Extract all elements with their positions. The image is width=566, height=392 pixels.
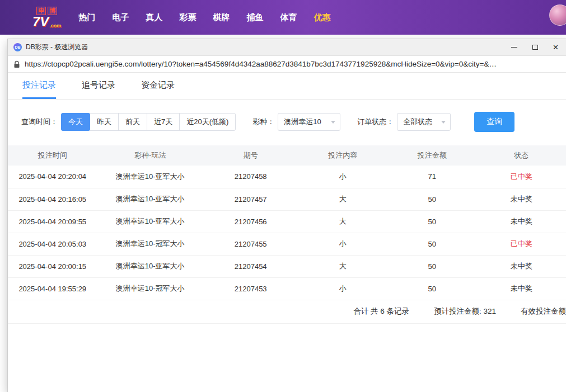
status-filter-label: 订单状态： — [357, 117, 394, 127]
tab-fund-records[interactable]: 资金记录 — [141, 73, 175, 99]
tab-chase-records[interactable]: 追号记录 — [82, 73, 115, 99]
game-type: 澳洲幸运10-亚军大小 — [97, 166, 203, 188]
table-header-row: 投注时间 彩种-玩法 期号 投注内容 投注金额 状态 — [8, 145, 566, 166]
address-bar[interactable]: https://ctopcp02pcali.uengi5e.com/lotter… — [8, 56, 566, 73]
nav-item-hot[interactable]: 热门 — [78, 12, 95, 23]
header-game-type: 彩种-玩法 — [97, 145, 203, 166]
nav-item-sports[interactable]: 体育 — [280, 12, 297, 23]
minimize-icon — [511, 47, 517, 48]
bet-amount: 71 — [387, 166, 477, 188]
issue-number: 21207455 — [203, 233, 298, 255]
browser-window: DB DB彩票 - 极速浏览器 × https://ctopcp02pcali.… — [8, 39, 566, 392]
status-badge: 未中奖 — [476, 255, 566, 277]
issue-number: 21207457 — [203, 188, 298, 210]
nav-item-live[interactable]: 真人 — [146, 12, 162, 23]
status-badge: 未中奖 — [476, 210, 566, 233]
logo-cn-right: 博 — [48, 7, 57, 15]
close-button[interactable]: × — [545, 39, 566, 55]
bet-time: 2025-04-04 19:55:29 — [8, 277, 97, 300]
bet-time: 2025-04-04 20:16:05 — [8, 188, 97, 210]
nav-item-slots[interactable]: 电子 — [112, 12, 129, 23]
game-type: 澳洲幸运10-亚军大小 — [97, 255, 203, 277]
time-option-7days[interactable]: 近7天 — [147, 113, 180, 131]
game-type: 澳洲幸运10-亚军大小 — [97, 210, 203, 233]
lock-icon — [13, 60, 20, 68]
bet-amount: 50 — [387, 210, 477, 233]
issue-number: 21207456 — [203, 210, 298, 233]
avatar[interactable] — [549, 4, 566, 26]
nav-item-fishing[interactable]: 捕鱼 — [246, 12, 263, 23]
tab-bar: 投注记录 追号记录 资金记录 — [8, 73, 566, 100]
tab-bet-records[interactable]: 投注记录 — [22, 73, 56, 99]
status-badge: 已中奖 — [476, 233, 566, 255]
window-controls: × — [504, 39, 566, 55]
table-row: 2025-04-04 19:55:29 澳洲幸运10-冠军大小 21207453… — [8, 277, 566, 300]
summary-expected-amount: 预计投注金额: 321 — [434, 306, 496, 317]
chevron-down-icon — [441, 121, 446, 124]
bet-content: 小 — [298, 277, 387, 300]
lottery-select-value: 澳洲幸运10 — [284, 117, 321, 127]
nav-item-cards[interactable]: 棋牌 — [213, 12, 230, 23]
issue-number: 21207458 — [203, 166, 298, 188]
site-header: 申 博 7V .com 热门 电子 真人 彩票 棋牌 捕鱼 体育 优惠 — [0, 0, 566, 35]
maximize-icon — [532, 45, 538, 50]
order-status-select[interactable]: 全部状态 — [397, 113, 451, 131]
table-row: 2025-04-04 20:20:04 澳洲幸运10-亚军大小 21207458… — [8, 166, 566, 188]
time-option-today[interactable]: 今天 — [61, 113, 90, 131]
window-titlebar[interactable]: DB DB彩票 - 极速浏览器 × — [8, 39, 566, 56]
bet-content: 大 — [298, 210, 387, 233]
bet-time: 2025-04-04 20:05:03 — [8, 233, 97, 255]
bet-amount: 50 — [387, 188, 477, 210]
filter-bar: 查询时间： 今天 昨天 前天 近7天 近20天(低频) 彩种： 澳洲幸运10 订… — [21, 112, 553, 132]
bet-time: 2025-04-04 20:20:04 — [8, 166, 97, 188]
order-status-value: 全部状态 — [403, 117, 432, 127]
maximize-button[interactable] — [525, 39, 545, 55]
bet-records-table: 投注时间 彩种-玩法 期号 投注内容 投注金额 状态 2025-04-04 20… — [8, 145, 566, 300]
bet-time: 2025-04-04 20:00:15 — [8, 255, 97, 277]
status-badge: 已中奖 — [476, 166, 566, 188]
issue-number: 21207454 — [203, 255, 298, 277]
table-row: 2025-04-04 20:09:55 澳洲幸运10-亚军大小 21207456… — [8, 210, 566, 233]
search-button[interactable]: 查询 — [474, 112, 514, 132]
header-bet-content: 投注内容 — [298, 145, 387, 166]
bet-amount: 50 — [387, 233, 477, 255]
game-type: 澳洲幸运10-冠军大小 — [97, 233, 203, 255]
bet-content: 大 — [298, 188, 387, 210]
minimize-button[interactable] — [504, 39, 525, 55]
time-option-daybefore[interactable]: 前天 — [118, 113, 147, 131]
bet-content: 小 — [298, 166, 387, 188]
summary-total: 合计 共 6 条记录 — [353, 306, 409, 317]
bet-amount: 50 — [387, 277, 477, 300]
window-title: DB彩票 - 极速浏览器 — [26, 42, 504, 52]
logo-main-text: 7V — [32, 15, 49, 29]
logo-suffix: .com — [49, 23, 61, 29]
bet-content: 小 — [298, 233, 387, 255]
bet-content: 大 — [298, 255, 387, 277]
time-filter-group: 今天 昨天 前天 近7天 近20天(低频) — [61, 113, 236, 131]
logo-main: 7V .com — [32, 15, 61, 29]
bet-amount: 50 — [387, 255, 477, 277]
chevron-down-icon — [331, 121, 335, 124]
bet-time: 2025-04-04 20:09:55 — [8, 210, 97, 233]
summary-valid-amount: 有效投注金额 — [521, 306, 566, 317]
header-status: 状态 — [476, 145, 566, 166]
time-option-yesterday[interactable]: 昨天 — [90, 113, 119, 131]
header-bet-time: 投注时间 — [8, 145, 97, 166]
time-option-20days[interactable]: 近20天(低频) — [179, 113, 236, 131]
site-logo[interactable]: 申 博 7V .com — [32, 7, 61, 29]
game-type: 澳洲幸运10-亚军大小 — [97, 188, 203, 210]
table-row: 2025-04-04 20:00:15 澳洲幸运10-亚军大小 21207454… — [8, 255, 566, 277]
browser-app-icon: DB — [13, 43, 22, 51]
header-issue: 期号 — [203, 145, 298, 166]
summary-bar: 合计 共 6 条记录 预计投注金额: 321 有效投注金额 — [8, 300, 566, 324]
lottery-select[interactable]: 澳洲幸运10 — [278, 113, 340, 131]
table-row: 2025-04-04 20:16:05 澳洲幸运10-亚军大小 21207457… — [8, 188, 566, 210]
nav-item-promo[interactable]: 优惠 — [314, 12, 330, 23]
nav-item-lottery[interactable]: 彩票 — [179, 12, 196, 23]
url-text[interactable]: https://ctopcp02pcali.uengi5e.com/lotter… — [25, 60, 497, 68]
status-badge: 未中奖 — [476, 277, 566, 300]
time-filter-label: 查询时间： — [21, 117, 58, 127]
header-bet-amount: 投注金额 — [387, 145, 477, 166]
issue-number: 21207453 — [203, 277, 298, 300]
status-badge: 未中奖 — [476, 188, 566, 210]
